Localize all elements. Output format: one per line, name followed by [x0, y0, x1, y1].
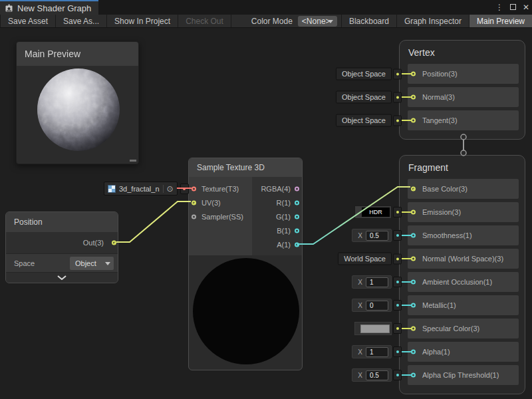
texture-port[interactable]	[192, 187, 196, 192]
badge-wire	[402, 235, 411, 236]
fragment-row-base-color[interactable]: Base Color(3)	[408, 179, 519, 199]
save-asset-button[interactable]: Save Asset	[0, 15, 56, 27]
graph-inspector-toggle[interactable]: Graph Inspector	[396, 15, 469, 27]
badge-port-dot	[393, 207, 402, 217]
out-port[interactable]	[112, 241, 116, 245]
input-uv: UV(3)	[189, 196, 252, 209]
normal-ws-port[interactable]	[411, 257, 416, 261]
output-ports-column: RGBA(4) R(1) G(1) B(1) A(1)	[252, 177, 302, 255]
a-port[interactable]	[295, 243, 299, 247]
position-port[interactable]	[411, 72, 416, 76]
emission-port[interactable]	[411, 210, 416, 215]
uv-port[interactable]	[192, 201, 196, 205]
float-input[interactable]: X 0.5	[352, 229, 392, 242]
texture-object-field[interactable]: 3d_fractal_n ⊙	[104, 182, 178, 196]
title-bar: New Shader Graph ⋮ ✕	[0, 0, 532, 15]
normal-port[interactable]	[411, 95, 416, 100]
rgba-port[interactable]	[295, 187, 299, 192]
float-input[interactable]: X 0	[352, 299, 392, 312]
specular-color-port[interactable]	[411, 327, 416, 331]
window-tab[interactable]: New Shader Graph	[0, 0, 98, 15]
badge-port-dot	[393, 92, 402, 102]
sampler-port[interactable]	[192, 215, 196, 219]
badge-port-dot	[393, 346, 402, 357]
badge-wire	[402, 258, 411, 259]
preview-black-sphere	[193, 258, 299, 364]
alpha-port[interactable]	[411, 350, 416, 354]
fragment-node[interactable]: Fragment Base Color(3) Emission(3) HDR S…	[399, 155, 525, 394]
vertex-row-position[interactable]: Position(3) Object Space	[408, 64, 519, 84]
fragment-row-alpha[interactable]: Alpha(1) X 1	[408, 342, 519, 362]
float-input[interactable]: X 0.5	[352, 368, 392, 382]
row-label: Tangent(3)	[422, 116, 458, 124]
x-value[interactable]: 1	[366, 277, 388, 287]
metallic-port[interactable]	[411, 303, 416, 308]
collapse-preview-button[interactable]	[6, 272, 118, 283]
hdr-color-field: HDR	[354, 205, 402, 219]
save-as-button[interactable]: Save As...	[56, 15, 107, 27]
badge-wire	[402, 351, 411, 352]
fragment-row-metallic[interactable]: Metallic(1) X 0	[408, 295, 519, 315]
object-picker-icon[interactable]: ⊙	[163, 185, 174, 193]
smoothness-port[interactable]	[411, 233, 416, 238]
fragment-row-normal-ws[interactable]: Normal (World Space)(3) World Space	[408, 249, 519, 269]
output-g: G(1)	[252, 210, 302, 223]
space-dropdown[interactable]: Object	[70, 257, 114, 270]
vertex-row-tangent[interactable]: Tangent(3) Object Space	[408, 110, 519, 130]
port-label: G(1)	[276, 213, 291, 221]
sample-texture-3d-node[interactable]: Sample Texture 3D Texture(T3) UV(3) Samp…	[188, 158, 303, 370]
x-value[interactable]: 1	[366, 347, 388, 357]
base-color-port[interactable]	[411, 187, 416, 192]
float-input[interactable]: X 1	[352, 275, 392, 289]
float-field-group: X 0	[352, 299, 402, 312]
blackboard-toggle[interactable]: Blackboard	[341, 15, 396, 27]
r-port[interactable]	[295, 201, 299, 205]
badge-port-dot	[393, 115, 402, 126]
fragment-row-specular-color[interactable]: Specular Color(3)	[408, 319, 519, 338]
maximize-icon[interactable]	[510, 4, 516, 10]
vertex-node[interactable]: Vertex Position(3) Object Space Normal(3…	[399, 40, 525, 140]
badge-wire	[402, 211, 411, 213]
ambient-occlusion-port[interactable]	[411, 280, 416, 285]
fragment-row-smoothness[interactable]: Smoothness(1) X 0.5	[408, 225, 519, 245]
badge-port-dot	[393, 323, 402, 334]
toolbar-right-group: Blackboard Graph Inspector Main Preview	[341, 15, 532, 27]
port-label: R(1)	[277, 199, 291, 207]
x-value[interactable]: 0.5	[366, 231, 388, 241]
b-port[interactable]	[295, 229, 299, 233]
x-value[interactable]: 0.5	[366, 370, 388, 380]
row-label: Smoothness(1)	[422, 231, 472, 239]
badge-wire	[402, 328, 411, 329]
space-label: Space	[14, 259, 35, 267]
show-in-project-button[interactable]: Show In Project	[107, 15, 178, 27]
fragment-row-emission[interactable]: Emission(3) HDR	[408, 202, 519, 222]
main-preview-header[interactable]: Main Preview	[17, 42, 138, 66]
position-node[interactable]: Position Out(3) Space Object	[5, 211, 118, 283]
color-mode-dropdown[interactable]: <None>	[298, 16, 337, 27]
vertex-title: Vertex	[400, 41, 525, 64]
vertex-row-normal[interactable]: Normal(3) Object Space	[408, 87, 519, 107]
space-badge: World Space	[338, 253, 402, 265]
x-value[interactable]: 0	[366, 301, 388, 311]
fragment-row-alpha-clip[interactable]: Alpha Clip Threshold(1) X 0.5	[408, 365, 519, 385]
wire-position-to-uv[interactable]	[116, 201, 191, 242]
space-badge: Object Space	[336, 68, 402, 80]
input-ports-column: Texture(T3) UV(3) Sampler(SS)	[189, 177, 252, 255]
color-field[interactable]: HDR	[354, 205, 392, 219]
fragment-row-ambient-occlusion[interactable]: Ambient Occlusion(1) X 1	[408, 272, 519, 292]
main-preview-toggle[interactable]: Main Preview	[469, 15, 532, 27]
row-label: Ambient Occlusion(1)	[422, 278, 492, 286]
port-label: B(1)	[277, 227, 291, 235]
resize-grip[interactable]	[130, 160, 136, 162]
kebab-menu-icon[interactable]: ⋮	[495, 3, 503, 11]
alpha-clip-port[interactable]	[411, 373, 416, 378]
badge-port-dot	[393, 300, 402, 311]
close-icon[interactable]: ✕	[523, 3, 529, 11]
float-input[interactable]: X 1	[352, 345, 392, 358]
graph-canvas[interactable]: Main Preview	[0, 28, 532, 399]
port-label: Sampler(SS)	[201, 213, 243, 221]
badge-wire	[402, 281, 411, 283]
color-field[interactable]	[354, 322, 392, 335]
tangent-port[interactable]	[411, 118, 416, 123]
g-port[interactable]	[295, 215, 299, 219]
